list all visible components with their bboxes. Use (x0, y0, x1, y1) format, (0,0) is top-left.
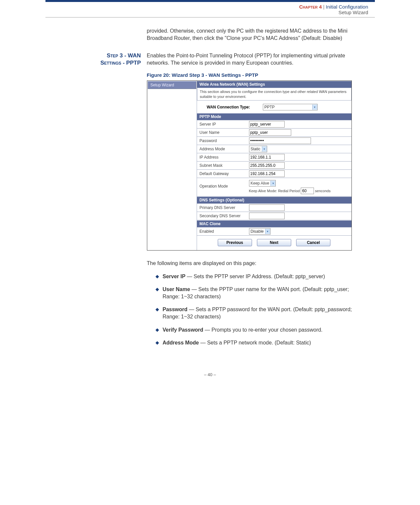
next-button[interactable]: Next (257, 239, 291, 246)
default-gateway-input[interactable] (249, 170, 285, 177)
mac-clone-value: Disable (251, 229, 264, 234)
operation-mode-value: Keep Alive (251, 181, 269, 186)
address-mode-select[interactable]: Static ▾ (249, 146, 267, 152)
address-mode-value: Static (251, 147, 261, 151)
side-heading-line2: Settings - PPTP (100, 60, 141, 66)
item-rest: — Prompts you to re-enter your chosen pa… (203, 327, 322, 333)
top-rule (45, 0, 375, 2)
figure-sidebar: Setup Wizard (147, 81, 197, 250)
header-separator: | (323, 4, 324, 10)
default-gateway-label: Default Gateway (200, 171, 249, 176)
password-input[interactable] (249, 137, 311, 144)
figure-wizard-pptp: Setup Wizard Wide Area Network (WAN) Set… (147, 80, 352, 251)
secondary-dns-label: Secondary DNS Server (200, 214, 249, 218)
mac-clone-select[interactable]: Disable ▾ (249, 228, 270, 235)
item-rest: — Sets a PPTP network mode. (Default: St… (199, 340, 311, 345)
chevron-down-icon: ▾ (270, 181, 275, 186)
list-item: Server IP — Sets the PPTP server IP Addr… (155, 273, 362, 280)
user-name-label: User Name (200, 130, 249, 135)
item-rest: — Sets the PPTP server IP Address. (Defa… (185, 274, 325, 279)
mac-clone-label: Enabled (200, 229, 249, 234)
explain-intro: The following items are displayed on thi… (147, 260, 362, 267)
previous-button[interactable]: Previous (218, 239, 252, 246)
item-title: Password (163, 307, 188, 312)
list-item: Password — Sets a PPTP password for the … (155, 306, 362, 320)
list-item: Address Mode — Sets a PPTP network mode.… (155, 339, 362, 346)
description-paragraph: Enables the Point-to-Point Tunneling Pro… (147, 52, 362, 66)
item-title: Server IP (163, 274, 185, 279)
address-mode-label: Address Mode (200, 147, 249, 151)
chapter-label: Chapter 4 (299, 4, 322, 10)
operation-mode-label: Operation Mode (200, 179, 249, 189)
page-header: Chapter 4 | Initial Configuration Setup … (45, 3, 375, 17)
sidebar-item-setup-wizard[interactable]: Setup Wizard (148, 81, 196, 89)
item-title: User Name (163, 286, 190, 292)
user-name-input[interactable] (249, 129, 291, 136)
server-ip-label: Server IP (200, 122, 249, 127)
redial-period-input[interactable] (301, 188, 314, 194)
item-title: Address Mode (163, 340, 199, 345)
list-item: Verify Password — Prompts you to re-ente… (155, 326, 362, 334)
primary-dns-input[interactable] (249, 204, 285, 211)
chevron-down-icon: ▾ (312, 104, 317, 110)
wan-type-label: WAN Connection Type: (207, 105, 263, 109)
operation-mode-select[interactable]: Keep Alive ▾ (249, 180, 276, 187)
wan-type-value: PPTP (265, 105, 311, 109)
page-footer: – 40 – (45, 372, 375, 377)
explain-list: Server IP — Sets the PPTP server IP Addr… (147, 273, 362, 346)
section-header-mac: MAC Clone (197, 220, 351, 227)
password-label: Password (200, 138, 249, 143)
header-title-secondary: Setup Wizard (52, 10, 368, 15)
subnet-mask-label: Subnet Mask (200, 163, 249, 168)
section-header-pptp: PPTP Mode (197, 113, 351, 120)
subnet-mask-input[interactable] (249, 162, 285, 169)
side-heading-line1: Step 3 - WAN (107, 52, 141, 59)
ip-address-input[interactable] (249, 154, 285, 161)
cancel-button[interactable]: Cancel (296, 239, 330, 246)
server-ip-input[interactable] (249, 121, 285, 128)
wan-description: This section allows you to configure the… (197, 88, 351, 101)
intro-paragraph: provided. Otherwise, connect only the PC… (147, 27, 362, 42)
side-heading: Step 3 - WAN Settings - PPTP (59, 52, 141, 67)
redial-prefix: Keep Alive Mode: Redial Period (249, 189, 300, 193)
section-header-dns: DNS Settings (Optional) (197, 196, 351, 203)
wan-type-select[interactable]: PPTP ▾ (263, 104, 318, 110)
redial-suffix: senconds (315, 189, 330, 193)
item-rest: — Sets the PPTP user name for the WAN po… (163, 286, 349, 299)
item-title: Verify Password (163, 327, 204, 333)
chevron-down-icon: ▾ (265, 229, 270, 234)
figure-caption: Figure 20: Wizard Step 3 - WAN Settings … (147, 72, 362, 78)
chevron-down-icon: ▾ (262, 146, 267, 152)
header-title-primary: Initial Configuration (326, 4, 368, 10)
ip-address-label: IP Address (200, 155, 249, 160)
section-header-wan: Wide Area Network (WAN) Settings (197, 81, 351, 88)
secondary-dns-input[interactable] (249, 213, 285, 219)
item-rest: — Sets a PPTP password for the WAN port.… (163, 307, 352, 319)
list-item: User Name — Sets the PPTP user name for … (155, 286, 362, 300)
primary-dns-label: Primary DNS Server (200, 205, 249, 210)
